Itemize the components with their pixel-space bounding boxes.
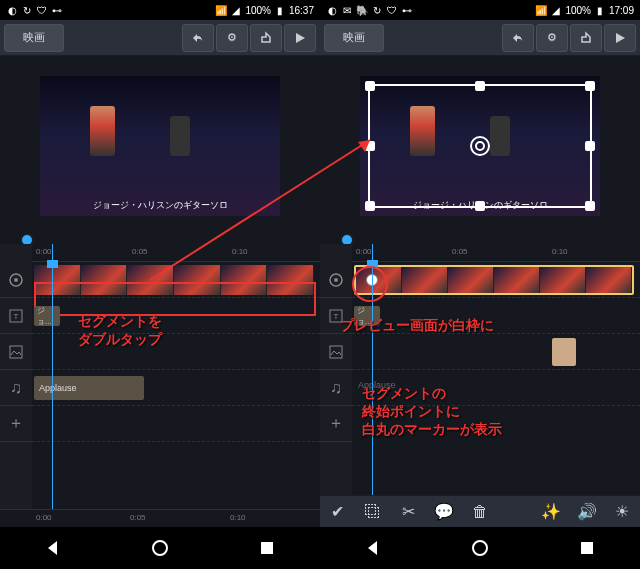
- shield-icon: 🛡: [386, 4, 398, 16]
- resize-handle[interactable]: [585, 81, 595, 91]
- project-title-button[interactable]: 映画: [324, 24, 384, 52]
- svg-line-14: [150, 140, 370, 280]
- confirm-button[interactable]: ✔: [326, 500, 350, 524]
- caption-button[interactable]: 💬: [432, 500, 456, 524]
- top-toolbar: 映画 ⚙: [320, 20, 640, 56]
- undo-button[interactable]: [182, 24, 214, 52]
- annotation-right2: セグメントの 終始ポイントに 白丸のマーカーが表示: [362, 384, 502, 439]
- text-clip[interactable]: ジョ...: [34, 306, 60, 326]
- battery-icon: ▮: [274, 4, 286, 16]
- annotation-left: セグメントを ダブルタップ: [78, 312, 162, 348]
- android-nav: [320, 527, 640, 569]
- split-button[interactable]: ✂: [397, 500, 421, 524]
- key-icon: ⊷: [51, 4, 63, 16]
- top-toolbar: 映画 ⚙: [0, 20, 320, 56]
- playhead[interactable]: [52, 244, 53, 509]
- share-button[interactable]: [570, 24, 602, 52]
- battery-pct: 100%: [565, 5, 591, 16]
- bottom-ruler: 0:00 0:05 0:10: [0, 509, 320, 527]
- add-track-button[interactable]: ＋: [320, 406, 352, 442]
- image-track-button[interactable]: [0, 334, 32, 370]
- sync-icon: ↻: [371, 4, 383, 16]
- arrow-annotation: [140, 130, 390, 290]
- image-track-button[interactable]: [320, 334, 352, 370]
- svg-point-1: [14, 278, 18, 282]
- wifi-icon: 📶: [215, 4, 227, 16]
- recent-button[interactable]: [252, 533, 282, 563]
- status-bar: ◐ ↻ 🛡 ⊷ 📶 ◢ 100% ▮ 16:37: [0, 0, 320, 20]
- text-track-row[interactable]: ジョ...: [32, 298, 320, 334]
- video-clip[interactable]: [354, 265, 634, 295]
- battery-pct: 100%: [245, 5, 271, 16]
- status-bar: ◐ ✉ 🐘 ↻ 🛡 ⊷ 📶 ◢ 100% ▮ 17:09: [320, 0, 640, 20]
- svg-text:T: T: [334, 312, 339, 321]
- project-title-button[interactable]: 映画: [4, 24, 64, 52]
- settings-button[interactable]: ⚙: [536, 24, 568, 52]
- brightness-button[interactable]: ☀: [610, 500, 634, 524]
- audio-clip[interactable]: Applause: [34, 376, 144, 400]
- clock: 16:37: [289, 5, 314, 16]
- clock: 17:09: [609, 5, 634, 16]
- wifi-icon: 📶: [535, 4, 547, 16]
- spacer: [504, 500, 528, 524]
- app-icon: ◐: [6, 4, 18, 16]
- sync-icon: ↻: [21, 4, 33, 16]
- play-button[interactable]: [604, 24, 636, 52]
- video-track-button[interactable]: [0, 262, 32, 298]
- resize-handle[interactable]: [365, 81, 375, 91]
- home-button[interactable]: [465, 533, 495, 563]
- android-nav: [0, 527, 320, 569]
- svg-point-5: [153, 541, 167, 555]
- share-button[interactable]: [250, 24, 282, 52]
- audio-track-row[interactable]: Applause: [32, 370, 320, 406]
- selection-frame[interactable]: [368, 84, 592, 208]
- time-ruler[interactable]: 0:00 0:05 0:10: [352, 244, 640, 262]
- evernote-icon: 🐘: [356, 4, 368, 16]
- preview-video: ジョージ・ハリスンのギターソロ: [360, 76, 600, 216]
- app-icon: ◐: [326, 4, 338, 16]
- back-button[interactable]: [358, 533, 388, 563]
- resize-handle[interactable]: [585, 201, 595, 211]
- add-track-button[interactable]: ＋: [0, 406, 32, 442]
- image-track-row[interactable]: [32, 334, 320, 370]
- signal-icon: ◢: [230, 4, 242, 16]
- back-button[interactable]: [38, 533, 68, 563]
- volume-button[interactable]: 🔊: [575, 500, 599, 524]
- delete-button[interactable]: 🗑: [468, 500, 492, 524]
- image-track-row[interactable]: [352, 334, 640, 370]
- svg-rect-4: [10, 346, 22, 358]
- mail-icon: ✉: [341, 4, 353, 16]
- copy-button[interactable]: ⿻: [361, 500, 385, 524]
- audio-track-button[interactable]: ♫: [0, 370, 32, 406]
- rotate-handle[interactable]: [470, 136, 490, 156]
- svg-rect-13: [581, 542, 593, 554]
- svg-rect-6: [261, 542, 273, 554]
- recent-button[interactable]: [572, 533, 602, 563]
- play-button[interactable]: [284, 24, 316, 52]
- resize-handle[interactable]: [475, 81, 485, 91]
- key-icon: ⊷: [401, 4, 413, 16]
- resize-handle[interactable]: [585, 141, 595, 151]
- audio-track-button[interactable]: ♫: [320, 370, 352, 406]
- undo-button[interactable]: [502, 24, 534, 52]
- home-button[interactable]: [145, 533, 175, 563]
- caption-text: ジョージ・ハリスンのギターソロ: [413, 195, 548, 216]
- svg-text:T: T: [14, 312, 19, 321]
- edit-toolbar: ✔ ⿻ ✂ 💬 🗑 ✨ 🔊 ☀: [320, 495, 640, 527]
- text-track-button[interactable]: T: [0, 298, 32, 334]
- effects-button[interactable]: ✨: [539, 500, 563, 524]
- svg-point-12: [473, 541, 487, 555]
- shield-icon: 🛡: [36, 4, 48, 16]
- image-clip[interactable]: [552, 338, 576, 366]
- video-track-row[interactable]: [352, 262, 640, 298]
- annotation-right1: プレビュー画面が白枠に: [340, 316, 494, 334]
- settings-button[interactable]: ⚙: [216, 24, 248, 52]
- svg-rect-11: [330, 346, 342, 358]
- signal-icon: ◢: [550, 4, 562, 16]
- battery-icon: ▮: [594, 4, 606, 16]
